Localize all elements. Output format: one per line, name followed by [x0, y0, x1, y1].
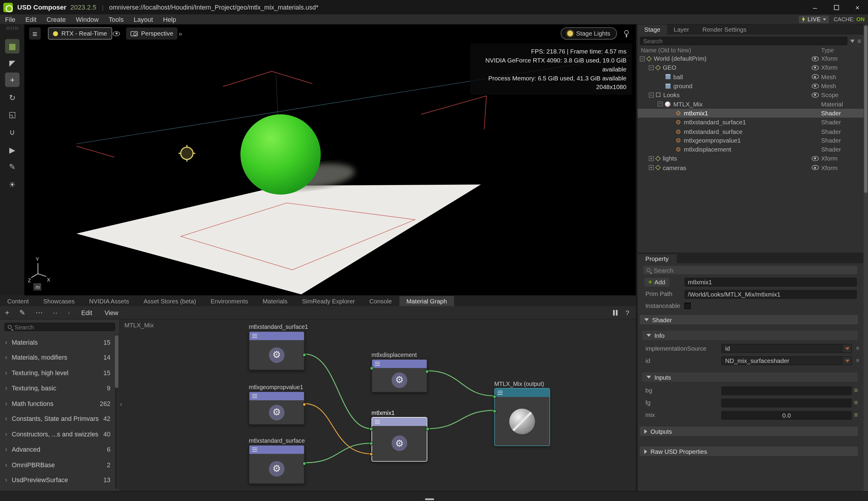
- light-gizmo[interactable]: [179, 145, 195, 162]
- snap-tool-icon[interactable]: ∪: [5, 125, 19, 139]
- axis-gizmo[interactable]: Y Z X m: [28, 256, 50, 290]
- category-texturing-high[interactable]: ›Texturing, high level15: [0, 365, 119, 381]
- tree-row-surface[interactable]: ⚙mtlxstandard_surface Shader: [638, 127, 864, 136]
- wire-displacement-to-output[interactable]: [427, 371, 494, 396]
- dropdown-arrow-icon[interactable]: [843, 345, 851, 352]
- node-mtlx-mix-output[interactable]: [494, 388, 550, 446]
- info-section-header[interactable]: Info: [642, 331, 858, 340]
- light-placement-icon[interactable]: [624, 30, 629, 35]
- graph-menu-view[interactable]: View: [98, 309, 124, 316]
- category-texturing-basic[interactable]: ›Texturing, basic9: [0, 381, 119, 396]
- renderer-button[interactable]: RTX - Real-Time: [48, 27, 112, 40]
- expand-toggle[interactable]: +: [649, 156, 654, 161]
- collapse-toggle[interactable]: −: [658, 102, 663, 107]
- category-math-functions[interactable]: ›Math functions262: [0, 396, 119, 411]
- layout-dots-icon[interactable]: ··: [48, 308, 63, 317]
- move-tool-icon[interactable]: +: [5, 72, 19, 87]
- viewport-menu-button[interactable]: ≡: [29, 27, 41, 40]
- scrollbar-thumb[interactable]: [864, 26, 867, 193]
- tab-console[interactable]: Console: [362, 296, 399, 306]
- output-port[interactable]: [302, 461, 306, 466]
- name-column-header[interactable]: Name (Old to New): [638, 47, 809, 54]
- category-materials-modifiers[interactable]: ›Materials, modifiers14: [0, 350, 119, 365]
- tree-row-displacement[interactable]: ⚙mtlxdisplacement Shader: [638, 145, 864, 154]
- raw-usd-properties-header[interactable]: Raw USD Properties: [640, 447, 858, 456]
- filter-icon[interactable]: [850, 39, 855, 42]
- connection-menu-icon[interactable]: ≡: [854, 411, 858, 419]
- menu-layout[interactable]: Layout: [129, 16, 158, 22]
- outputs-section-header[interactable]: Outputs: [640, 427, 858, 436]
- visibility-eye-icon[interactable]: [812, 165, 819, 170]
- paint-tool-icon[interactable]: ✎: [5, 159, 19, 174]
- property-search-input[interactable]: Search: [643, 266, 857, 274]
- scrollbar-thumb[interactable]: [115, 335, 118, 388]
- collapse-toggle[interactable]: −: [640, 56, 645, 61]
- tree-row-mtlxmix1-selected[interactable]: ⚙mtlxmix1 Shader: [638, 108, 864, 117]
- tab-showcases[interactable]: Showcases: [36, 296, 82, 306]
- node-graph-canvas[interactable]: MTLX_Mix ‹ mtlxstandard_surface1 ⚙ mtlxd…: [120, 320, 636, 491]
- sidebar-scrollbar[interactable]: [115, 334, 118, 489]
- tree-row-geompropvalue1[interactable]: ⚙mtlxgeompropvalue1 Shader: [638, 136, 864, 145]
- tree-row-geo[interactable]: −GEO Xform: [638, 63, 864, 72]
- tab-nvidia-assets[interactable]: NVIDIA Assets: [82, 296, 136, 306]
- wire-geomprop-to-mix[interactable]: [304, 404, 372, 454]
- dropdown-arrow-icon[interactable]: [843, 357, 851, 365]
- tree-row-surface1[interactable]: ⚙mtlxstandard_surface1 Shader: [638, 118, 864, 127]
- category-constants[interactable]: ›Constants, State and Primvars42: [0, 411, 119, 426]
- edit-graph-icon[interactable]: ✎: [14, 308, 31, 317]
- category-materials[interactable]: ›Materials15: [0, 334, 119, 350]
- menu-create[interactable]: Create: [42, 16, 71, 22]
- node-search-input[interactable]: Search: [4, 323, 115, 331]
- menu-tools[interactable]: Tools: [104, 16, 129, 22]
- tab-environments[interactable]: Environments: [203, 296, 255, 306]
- stage-lights-button[interactable]: Stage Lights: [561, 27, 617, 40]
- viewport-3d[interactable]: Y Z X m ≡ RTX - Real-Time Perspective » …: [24, 24, 636, 295]
- tree-row-looks[interactable]: −Looks Scope: [638, 90, 864, 99]
- implementation-source-dropdown[interactable]: id: [721, 344, 851, 353]
- ball-sphere[interactable]: [240, 114, 321, 195]
- column-options-icon[interactable]: ≡: [858, 38, 861, 44]
- toolbar-grip[interactable]: [7, 27, 18, 30]
- output-port[interactable]: [302, 403, 306, 406]
- output-port[interactable]: [302, 353, 306, 357]
- wire-surface1-to-mix[interactable]: [304, 354, 372, 429]
- ground-plane[interactable]: [76, 184, 481, 294]
- prim-path-field[interactable]: /World/Looks/MTLX_Mix/mtlxmix1: [684, 290, 857, 299]
- visibility-eye-icon[interactable]: [812, 65, 819, 70]
- add-property-button[interactable]: +Add: [644, 278, 669, 287]
- displacement-input-port[interactable]: [493, 395, 496, 398]
- menu-file[interactable]: File: [0, 16, 20, 22]
- output-port[interactable]: [426, 427, 429, 431]
- mix-input-port[interactable]: [369, 452, 373, 456]
- node-mtlxdisplacement[interactable]: ⚙: [372, 359, 427, 393]
- help-icon[interactable]: ?: [625, 309, 629, 316]
- type-column-header[interactable]: Type: [821, 47, 864, 54]
- more-options-icon[interactable]: ·: [63, 308, 75, 317]
- tree-row-ground[interactable]: ground Mesh: [638, 81, 864, 90]
- tree-row-world[interactable]: −World (defaultPrim) Xform: [638, 54, 864, 63]
- id-dropdown[interactable]: ND_mix_surfaceshader: [721, 356, 851, 365]
- play-icon[interactable]: ▶: [5, 142, 19, 157]
- stage-search-input[interactable]: Search: [640, 37, 847, 45]
- inputs-section-header[interactable]: Inputs: [642, 372, 858, 382]
- connection-menu-icon[interactable]: ≡: [854, 386, 858, 394]
- tab-simready-explorer[interactable]: SimReady Explorer: [295, 296, 362, 306]
- new-graph-icon[interactable]: +: [0, 308, 14, 317]
- surface-input-port[interactable]: [493, 409, 496, 413]
- expand-toggle[interactable]: +: [649, 165, 654, 170]
- right-panel-scrollbar[interactable]: [864, 24, 868, 491]
- tab-material-graph[interactable]: Material Graph: [399, 296, 454, 306]
- tab-stage[interactable]: Stage: [638, 24, 667, 35]
- selection-mode-icon[interactable]: ▦: [5, 39, 19, 54]
- collapse-toggle[interactable]: −: [649, 65, 654, 70]
- node-mtlxgeompropvalue1[interactable]: ⚙: [249, 391, 305, 425]
- node-mtlxstandard-surface[interactable]: ⚙: [249, 445, 305, 484]
- input-port[interactable]: [370, 366, 374, 370]
- tab-materials[interactable]: Materials: [255, 296, 295, 306]
- fg-field[interactable]: [721, 399, 851, 408]
- tree-row-ball[interactable]: ball Mesh: [638, 72, 864, 81]
- category-advanced[interactable]: ›Advanced6: [0, 442, 119, 457]
- menu-window[interactable]: Window: [71, 16, 104, 22]
- tab-render-settings[interactable]: Render Settings: [696, 24, 753, 35]
- tree-row-cameras[interactable]: +cameras Xform: [638, 163, 864, 172]
